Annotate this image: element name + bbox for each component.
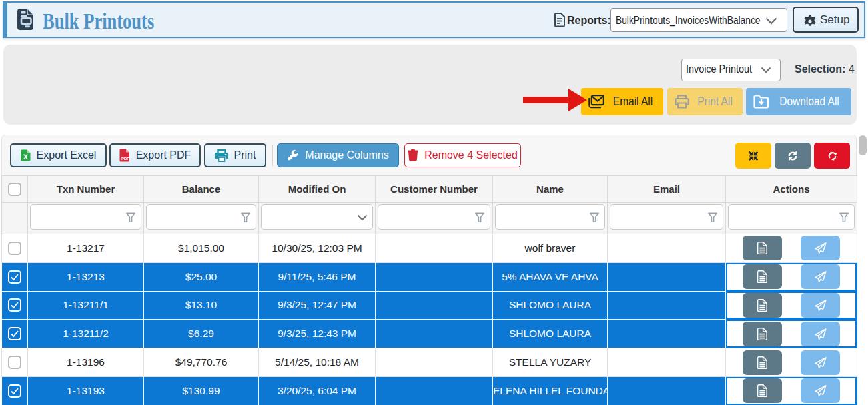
svg-text:PDF: PDF — [121, 157, 129, 161]
